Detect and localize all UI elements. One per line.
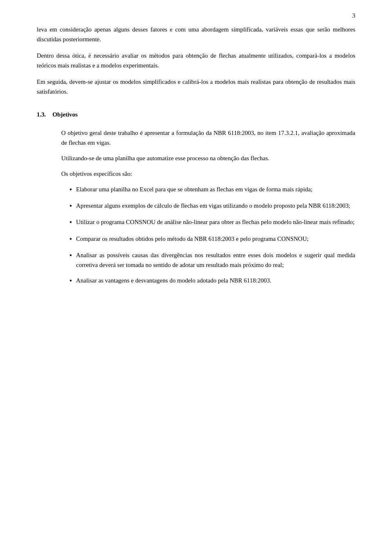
list-item: •Elaborar uma planilha no Excel para que… <box>69 184 355 195</box>
paragraph-1: leva em consideração apenas alguns desse… <box>37 25 355 44</box>
paragraph-3: Em seguida, devem-se ajustar os modelos … <box>37 77 355 96</box>
section-heading: 1.3. Objetivos <box>37 111 355 118</box>
bullet-icon: • <box>69 276 72 286</box>
page: 3 leva em consideração apenas alguns des… <box>0 0 392 538</box>
objectives-general-2: Utilizando-se de uma planilha que automa… <box>61 153 355 163</box>
paragraph-2: Dentro dessa ótica, é necessário avaliar… <box>37 51 355 70</box>
section-title: Objetivos <box>53 111 78 118</box>
bullet-icon: • <box>69 201 72 211</box>
list-item: •Analisar as vantagens e desvantagens do… <box>69 276 355 286</box>
bullet-icon: • <box>69 251 72 261</box>
bullet-list: •Elaborar uma planilha no Excel para que… <box>69 184 355 286</box>
page-number: 3 <box>352 12 356 19</box>
list-item: •Comparar os resultados obtidos pelo mét… <box>69 234 355 244</box>
list-item: •Utilizar o programa CONSNOU de análise … <box>69 217 355 228</box>
bullet-icon: • <box>69 217 72 228</box>
bullet-text: Comparar os resultados obtidos pelo méto… <box>76 234 355 244</box>
objectives-general-1: O objetivo geral deste trabalho é aprese… <box>61 128 355 148</box>
list-item: •Analisar as possíveis causas das diverg… <box>69 250 355 270</box>
bullet-icon: • <box>69 234 72 244</box>
bullet-text: Utilizar o programa CONSNOU de análise n… <box>76 217 355 227</box>
bullet-text: Apresentar alguns exemplos de cálculo de… <box>76 201 355 211</box>
list-item: •Apresentar alguns exemplos de cálculo d… <box>69 201 355 211</box>
bullet-text: Analisar as vantagens e desvantagens do … <box>76 276 355 285</box>
bullet-icon: • <box>69 185 72 195</box>
section-number: 1.3. <box>37 111 46 118</box>
objectives-specific-intro: Os objetivos específicos são: <box>61 169 355 179</box>
objectives-content: O objetivo geral deste trabalho é aprese… <box>61 128 355 286</box>
bullet-text: Analisar as possíveis causas das divergê… <box>76 250 355 270</box>
bullet-text: Elaborar uma planilha no Excel para que … <box>76 184 355 194</box>
